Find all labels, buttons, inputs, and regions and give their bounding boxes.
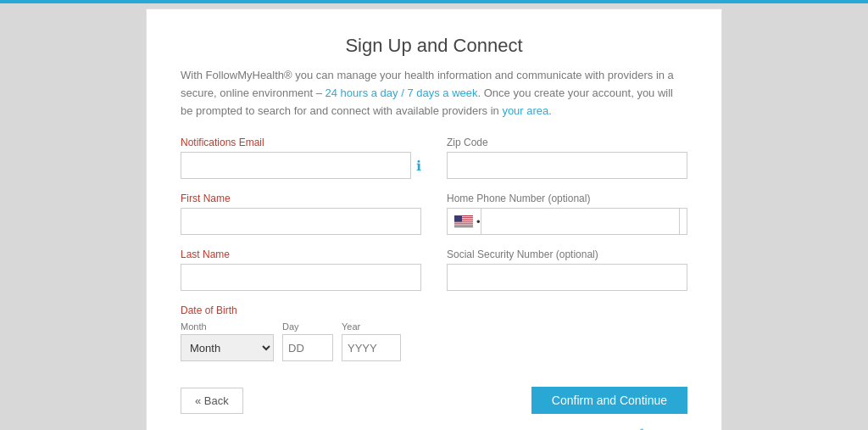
dob-day-input[interactable] [282, 334, 333, 361]
svg-rect-5 [454, 224, 473, 225]
form-row-1: Notifications Email ℹ Zip Code [181, 137, 687, 179]
home-phone-input[interactable] [481, 208, 680, 235]
card-title: Sign Up and Connect [181, 35, 687, 57]
ssn-group: Social Security Number (optional) [447, 249, 687, 291]
last-name-input[interactable] [181, 264, 421, 291]
dob-month-select[interactable]: Month January February March April May J… [181, 334, 274, 361]
last-name-label: Last Name [181, 249, 421, 260]
top-bar [0, 0, 868, 3]
svg-rect-6 [454, 226, 473, 226]
last-name-group: Last Name [181, 249, 421, 291]
confirm-button[interactable]: Confirm and Continue [531, 387, 687, 414]
notifications-email-wrapper: ℹ [181, 152, 421, 179]
back-button[interactable]: « Back [181, 388, 243, 414]
home-phone-wrapper[interactable]: • [447, 208, 687, 235]
dob-year-field: Year [342, 321, 401, 361]
dob-day-label: Day [282, 321, 333, 332]
dob-section: Date of Birth Month Month January Februa… [181, 304, 687, 361]
first-name-group: First Name [181, 193, 421, 235]
notifications-email-group: Notifications Email ℹ [181, 137, 421, 179]
footer-buttons: « Back Confirm and Continue [181, 378, 687, 414]
notifications-email-label: Notifications Email [181, 137, 421, 148]
notifications-email-input[interactable] [181, 152, 411, 179]
signup-card: Sign Up and Connect With FollowMyHealth®… [146, 8, 722, 430]
dob-year-label: Year [342, 321, 401, 332]
first-name-label: First Name [181, 193, 421, 204]
language-sup: * [640, 426, 643, 430]
desc-highlight: 24 hours a day / 7 days a week [326, 87, 478, 99]
ssn-label: Social Security Number (optional) [447, 249, 687, 260]
dob-label: Date of Birth [181, 304, 687, 316]
first-name-input[interactable] [181, 208, 421, 235]
ssn-input[interactable] [447, 264, 687, 291]
card-footer-links: Help | English* | About [181, 426, 687, 430]
desc-highlight2: your area [502, 104, 548, 117]
dob-year-input[interactable] [342, 334, 401, 361]
dob-month-field: Month Month January February March April… [181, 321, 274, 361]
info-icon[interactable]: ℹ [416, 158, 421, 174]
card-description: With FollowMyHealth® you can manage your… [181, 67, 687, 120]
form-row-2: First Name Home Phone Number (optional) [181, 193, 687, 235]
us-flag-icon [454, 215, 473, 227]
home-phone-label: Home Phone Number (optional) [447, 193, 687, 204]
home-phone-group: Home Phone Number (optional) • [447, 193, 687, 235]
dob-day-field: Day [282, 321, 333, 361]
svg-rect-7 [454, 215, 462, 222]
desc-end: . [548, 104, 552, 117]
svg-rect-4 [454, 222, 473, 223]
zip-code-label: Zip Code [447, 137, 687, 148]
form-row-3: Last Name Social Security Number (option… [181, 249, 687, 291]
zip-code-input[interactable] [447, 152, 687, 179]
dob-month-label: Month [181, 321, 274, 332]
dob-fields: Month Month January February March April… [181, 321, 687, 361]
zip-code-group: Zip Code [447, 137, 687, 179]
